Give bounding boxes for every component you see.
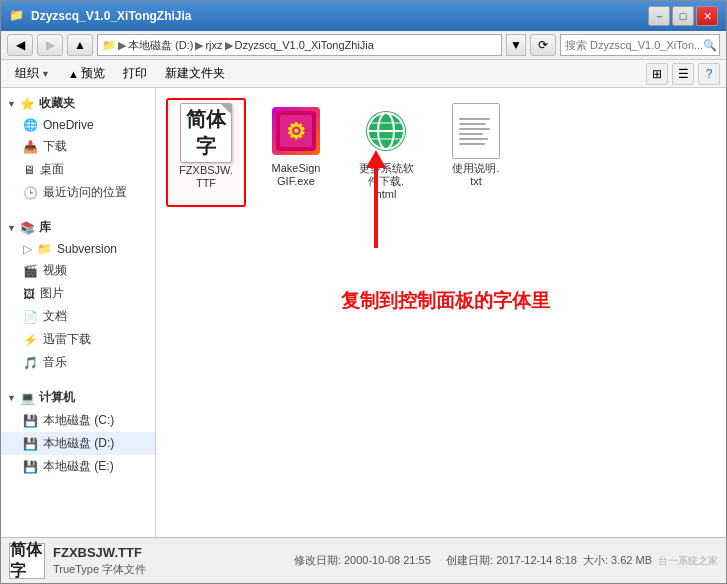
status-size: 大小: 3.62 MB [583, 553, 652, 568]
sidebar-item-onedrive[interactable]: 🌐 OneDrive [1, 115, 155, 135]
file-item-more[interactable]: 更多系统软件下载.html [346, 98, 426, 207]
thunder-icon: ⚡ [23, 333, 38, 347]
fzxbsjw-icon-container: 简体字 [178, 105, 234, 161]
favorites-triangle: ▼ [7, 99, 16, 109]
file-item-fzxbsjw[interactable]: 简体字 FZXBSJW.TTF [166, 98, 246, 207]
pictures-icon: 🖼 [23, 287, 35, 301]
explorer-window: 📁 Dzyzscq_V1.0_XiTongZhiJia － □ ✕ ◀ ▶ ▲ … [0, 0, 727, 584]
arrow-container [366, 150, 386, 248]
sidebar-item-subversion[interactable]: ▷ 📁 Subversion [1, 239, 155, 259]
status-bar: 简体字 FZXBSJW.TTF TrueType 字体文件 修改日期: 2000… [1, 537, 726, 583]
readme-icon-container [448, 103, 504, 159]
view-details-button[interactable]: ⊞ [646, 63, 668, 85]
sidebar-item-pictures[interactable]: 🖼 图片 [1, 282, 155, 305]
status-file-icon: 简体字 [9, 543, 45, 579]
organize-menu[interactable]: 组织 ▼ [7, 62, 58, 85]
window-icon: 📁 [9, 8, 25, 24]
file-item-makesign[interactable]: ⚙ MakeSignGIF.exe [256, 98, 336, 207]
minimize-button[interactable]: － [648, 6, 670, 26]
maximize-button[interactable]: □ [672, 6, 694, 26]
close-button[interactable]: ✕ [696, 6, 718, 26]
view-icons: ⊞ ☰ ? [646, 63, 720, 85]
fzxbsjw-name: FZXBSJW.TTF [179, 164, 233, 190]
arrow-head [366, 150, 386, 168]
sidebar-item-videos[interactable]: 🎬 视频 [1, 259, 155, 282]
sidebar-item-drive-d[interactable]: 💾 本地磁盘 (D:) [1, 432, 155, 455]
makesign-icon-container: ⚙ [268, 103, 324, 159]
sidebar-item-desktop[interactable]: 🖥 桌面 [1, 158, 155, 181]
organize-arrow: ▼ [41, 69, 50, 79]
music-icon: 🎵 [23, 356, 38, 370]
readme-name: 使用说明.txt [452, 162, 499, 188]
status-info: FZXBSJW.TTF TrueType 字体文件 [53, 545, 146, 577]
title-bar: 📁 Dzyzscq_V1.0_XiTongZhiJia － □ ✕ [1, 1, 726, 31]
downloads-icon: 📥 [23, 140, 38, 154]
svg-text:⚙: ⚙ [286, 119, 306, 144]
html-icon [362, 107, 410, 155]
path-folder2: Dzyzscq_V1.0_XiTongZhiJia [235, 39, 374, 51]
file-item-readme[interactable]: 使用说明.txt [436, 98, 516, 207]
address-path[interactable]: 📁 ▶ 本地磁盘 (D:) ▶ rjxz ▶ Dzyzscq_V1.0_XiTo… [97, 34, 502, 56]
documents-icon: 📄 [23, 310, 38, 324]
sidebar-item-music[interactable]: 🎵 音乐 [1, 351, 155, 374]
refresh-button[interactable]: ⟳ [530, 34, 556, 56]
makesign-name: MakeSignGIF.exe [272, 162, 321, 188]
title-text: Dzyzscq_V1.0_XiTongZhiJia [31, 9, 648, 23]
drive-e-icon: 💾 [23, 460, 38, 474]
status-file-name: FZXBSJW.TTF [53, 545, 146, 560]
file-panel[interactable]: 简体字 FZXBSJW.TTF ⚙ [156, 88, 726, 537]
status-modified: 修改日期: 2000-10-08 21:55 创建日期: 2017-12-14 … [294, 553, 577, 568]
font-file-icon: 简体字 [180, 103, 232, 163]
folder-icon-addr: 📁 [102, 39, 116, 52]
print-button[interactable]: 打印 [115, 62, 155, 85]
recent-icon: 🕒 [23, 186, 38, 200]
path-drive: 本地磁盘 (D:) [128, 38, 193, 53]
sidebar-item-drive-e[interactable]: 💾 本地磁盘 (E:) [1, 455, 155, 478]
desktop-icon: 🖥 [23, 163, 35, 177]
preview-menu[interactable]: ▲ 预览 [60, 62, 113, 85]
main-content: ▼ ⭐ 收藏夹 🌐 OneDrive 📥 下载 🖥 桌面 🕒 [1, 88, 726, 537]
menu-toolbar: 组织 ▼ ▲ 预览 打印 新建文件夹 ⊞ ☰ ? [1, 60, 726, 88]
path-folder1: rjxz [205, 39, 222, 51]
sidebar-spacer2 [1, 378, 155, 386]
sidebar: ▼ ⭐ 收藏夹 🌐 OneDrive 📥 下载 🖥 桌面 🕒 [1, 88, 156, 537]
preview-icon: ▲ [68, 68, 79, 80]
exe-icon: ⚙ [272, 107, 320, 155]
address-dropdown-button[interactable]: ▼ [506, 34, 526, 56]
up-button[interactable]: ▲ [67, 34, 93, 56]
libraries-icon: 📚 [20, 221, 35, 235]
txt-lines [457, 116, 495, 147]
favorites-section: ▼ ⭐ 收藏夹 🌐 OneDrive 📥 下载 🖥 桌面 🕒 [1, 92, 155, 204]
onedrive-icon: 🌐 [23, 118, 38, 132]
subversion-icon: ▷ [23, 242, 32, 256]
address-bar: ◀ ▶ ▲ 📁 ▶ 本地磁盘 (D:) ▶ rjxz ▶ Dzyzscq_V1.… [1, 31, 726, 60]
computer-icon: 💻 [20, 391, 35, 405]
arrow-shaft [374, 168, 378, 248]
sidebar-item-drive-c[interactable]: 💾 本地磁盘 (C:) [1, 409, 155, 432]
watermark: 台一系统之家 [658, 554, 718, 568]
libraries-triangle: ▼ [7, 223, 16, 233]
status-right: 修改日期: 2000-10-08 21:55 创建日期: 2017-12-14 … [294, 553, 718, 568]
computer-header[interactable]: ▼ 💻 计算机 [1, 386, 155, 409]
help-button[interactable]: ? [698, 63, 720, 85]
videos-icon: 🎬 [23, 264, 38, 278]
computer-section: ▼ 💻 计算机 💾 本地磁盘 (C:) 💾 本地磁盘 (D:) 💾 本地磁盘 (… [1, 386, 155, 478]
drive-c-icon: 💾 [23, 414, 38, 428]
favorites-header[interactable]: ▼ ⭐ 收藏夹 [1, 92, 155, 115]
back-button[interactable]: ◀ [7, 34, 33, 56]
forward-button[interactable]: ▶ [37, 34, 63, 56]
libraries-section: ▼ 📚 库 ▷ 📁 Subversion 🎬 视频 🖼 图片 [1, 216, 155, 374]
status-file-type: TrueType 字体文件 [53, 562, 146, 577]
txt-icon [452, 103, 500, 159]
file-grid: 简体字 FZXBSJW.TTF ⚙ [166, 98, 716, 207]
sidebar-item-documents[interactable]: 📄 文档 [1, 305, 155, 328]
libraries-header[interactable]: ▼ 📚 库 [1, 216, 155, 239]
view-tiles-button[interactable]: ☰ [672, 63, 694, 85]
sidebar-item-thunder[interactable]: ⚡ 迅雷下载 [1, 328, 155, 351]
search-box[interactable]: 🔍 [560, 34, 720, 56]
search-input[interactable] [565, 39, 703, 51]
sidebar-item-recent[interactable]: 🕒 最近访问的位置 [1, 181, 155, 204]
sidebar-item-downloads[interactable]: 📥 下载 [1, 135, 155, 158]
sidebar-spacer1 [1, 208, 155, 216]
new-folder-button[interactable]: 新建文件夹 [157, 62, 233, 85]
